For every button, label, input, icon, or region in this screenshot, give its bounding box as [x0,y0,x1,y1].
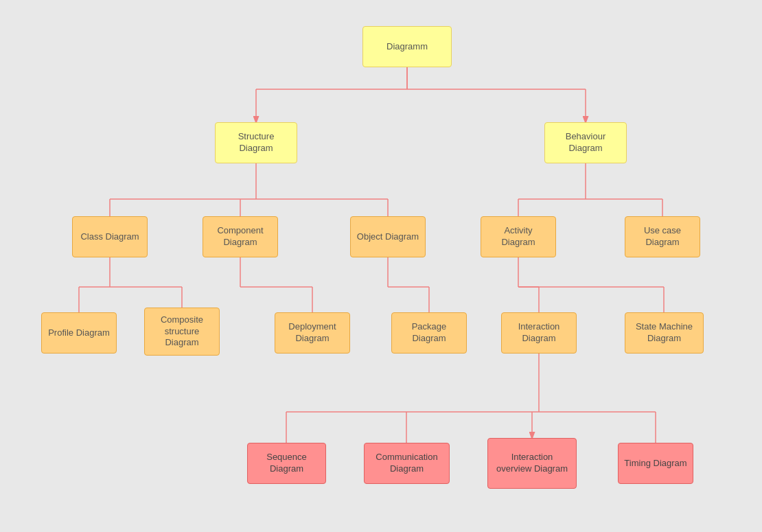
node-interactionoverview: Interaction overview Diagram [487,438,577,489]
node-diagramm: Diagramm [362,26,452,67]
node-timing: Timing Diagram [618,443,693,484]
node-deployment: Deployment Diagram [275,312,350,354]
diagram-canvas: DiagrammStructure DiagramBehaviour Diagr… [0,0,762,532]
node-statemachine: State Machine Diagram [625,312,704,354]
node-activity: Activity Diagram [481,216,556,257]
node-usecase: Use case Diagram [625,216,700,257]
node-package: Package Diagram [391,312,467,354]
node-object: Object Diagram [350,216,426,257]
node-sequence: Sequence Diagram [247,443,326,484]
node-class: Class Diagram [72,216,148,257]
node-behaviour: Behaviour Diagram [544,122,627,163]
node-component: Component Diagram [203,216,278,257]
node-profile: Profile Diagram [41,312,117,354]
node-structure: Structure Diagram [215,122,297,163]
node-interaction: Interaction Diagram [501,312,577,354]
node-composite: Composite structure Diagram [144,308,220,356]
node-communication: Communication Diagram [364,443,450,484]
